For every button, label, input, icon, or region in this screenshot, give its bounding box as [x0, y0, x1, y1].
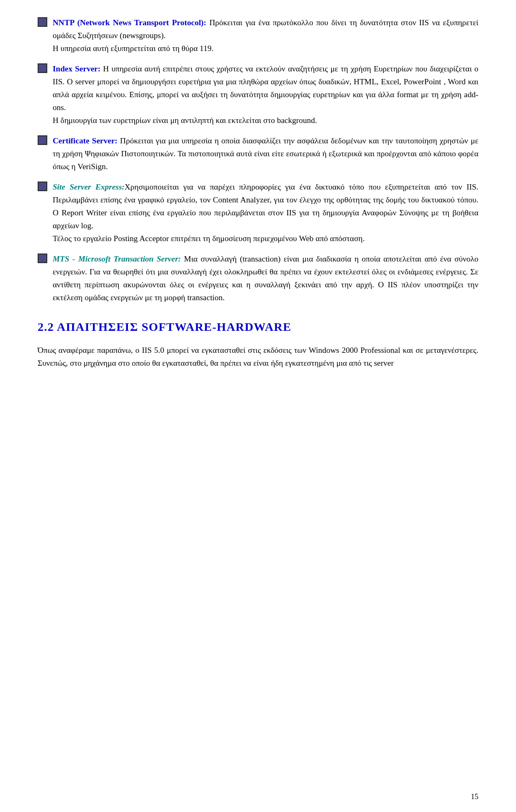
siteserver-block: Site Server Express:Χρησιμοποιείται για … — [38, 180, 478, 245]
mts-title: MTS - Microsoft Transaction Server: — [53, 255, 181, 263]
siteserver-continuation3: Τέλος το εργαλείο Posting Acceptor επιτρ… — [53, 234, 364, 243]
section-title: ΑΠΑΙΤΗΣΕΙΣ SOFTWARE-HARDWARE — [57, 320, 291, 334]
siteserver-main-text: Χρησιμοποιείται για να παρέχει πληροφορί… — [125, 183, 478, 191]
certificate-text: Certificate Server: Πρόκειται για μια υπ… — [53, 134, 478, 173]
section-paragraph1: Όπως αναφέραμε παραπάνω, ο IIS 5.0 μπορε… — [38, 344, 478, 369]
siteserver-text: Site Server Express:Χρησιμοποιείται για … — [53, 180, 478, 245]
mts-block: MTS - Microsoft Transaction Server: Μια … — [38, 252, 478, 304]
certificate-bullet-icon — [38, 135, 47, 145]
mts-text: MTS - Microsoft Transaction Server: Μια … — [53, 252, 478, 304]
nntp-bullet-icon — [38, 17, 47, 27]
mts-continuation1: Για να θεωρηθεί ότι μια συναλλαγή έχει ο… — [90, 267, 468, 276]
siteserver-bullet-icon — [38, 182, 47, 191]
index-continuation3: Η δημιουργία των ευρετηρίων είναι μη αντ… — [53, 116, 317, 125]
section-heading: 2.2 ΑΠΑΙΤΗΣΕΙΣ SOFTWARE-HARDWARE — [38, 320, 478, 334]
nntp-text: NNTP (Network News Transport Protocol): … — [53, 16, 478, 55]
certificate-block: Certificate Server: Πρόκειται για μια υπ… — [38, 134, 478, 173]
page-number: 15 — [471, 793, 478, 801]
index-block: Index Server: Η υπηρεσία αυτή επιτρέπει … — [38, 62, 478, 127]
siteserver-title: Site Server Express: — [53, 183, 125, 191]
index-title: Index Server: — [53, 64, 101, 73]
nntp-block: NNTP (Network News Transport Protocol): … — [38, 16, 478, 55]
certificate-title: Certificate Server: — [53, 136, 118, 145]
section-number: 2.2 — [38, 320, 54, 334]
index-text: Index Server: Η υπηρεσία αυτή επιτρέπει … — [53, 62, 478, 127]
index-bullet-icon — [38, 63, 47, 73]
siteserver-continuation2: Ο Report Writer είναι επίσης ένα εργαλεί… — [53, 208, 478, 230]
nntp-title: NNTP (Network News Transport Protocol): — [53, 18, 206, 27]
nntp-continuation: Η υπηρεσία αυτή εξυπηρετείται από τη θύρ… — [53, 44, 213, 53]
mts-bullet-icon — [38, 253, 47, 263]
page-content: NNTP (Network News Transport Protocol): … — [0, 0, 516, 812]
siteserver-continuation1: Περιλαμβάνει επίσης ένα γραφικό εργαλείο… — [53, 195, 478, 204]
